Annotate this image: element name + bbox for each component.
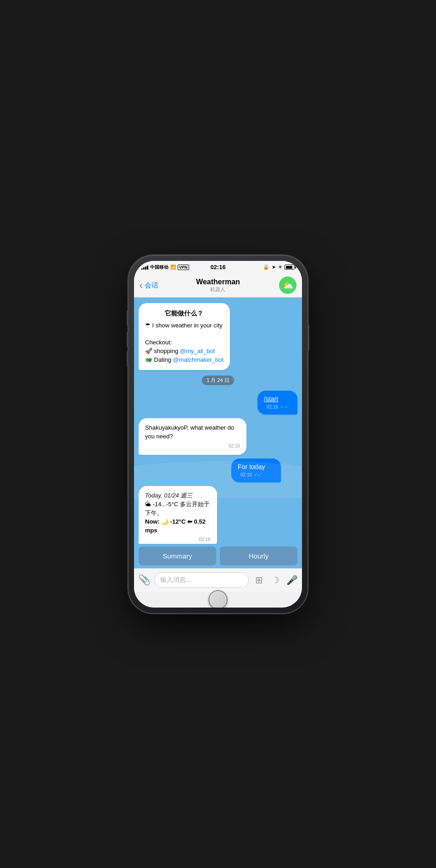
msg-time: 02:16 [267,404,278,409]
status-bar: 中国移动 📶 VPN 02:16 🔒 ➤ ✳ [134,261,302,274]
intro-heading: 它能做什么？ [145,309,224,318]
read-checkmarks-2: ✓✓ [254,472,262,477]
intro-line-2: 🚀 shopping @my_ali_bot [145,347,224,356]
phone-device: 中国移动 📶 VPN 02:16 🔒 ➤ ✳ ‹ 会话 Weatherman [129,255,307,613]
signal-bars [141,265,148,270]
intro-checkout: Checkout: [145,338,224,347]
input-bar: 📎 输入消息... ⊞ ☽ 🎤 [134,568,302,592]
location-icon: ➤ [272,264,276,270]
matchmaker-bot-link[interactable]: @matchmaker_bot [173,356,224,363]
signal-bar-3 [145,266,146,270]
nav-bar: ‹ 会话 Weatherman 机器人 ⛅ [134,274,302,298]
attachment-icon[interactable]: 📎 [138,574,151,586]
nav-subtitle: 机器人 [196,286,240,293]
phone-screen: 中国移动 📶 VPN 02:16 🔒 ➤ ✳ ‹ 会话 Weatherman [134,261,302,608]
input-right-icons: ⊞ ☽ 🎤 [252,575,298,586]
input-placeholder: 输入消息... [160,576,191,584]
signal-bar-1 [141,268,143,270]
bot-avatar-icon[interactable]: ⛅ [279,276,296,294]
signal-bar-4 [147,265,148,270]
list-item: Today, 01/24 週三 🌥 -14...-5°C 多云开始于下午。 No… [139,486,234,543]
for-today-text: For today [238,463,265,470]
back-label: 会话 [145,281,158,290]
for-today-message: For today 02:16 ✓✓ [231,459,281,482]
status-time: 02:16 [210,264,225,271]
weather-query-message: ShakuyakukyoP, what weather do you need?… [139,418,246,455]
date-text: 1 月 24 日 [207,377,229,383]
signal-bar-2 [143,267,145,270]
moon-icon[interactable]: ☽ [269,575,282,586]
quick-replies-bar: Summary Hourly [134,544,302,568]
list-item: 它能做什么？ ☂ I show weather in your city Che… [139,303,230,370]
bluetooth-icon: ✳ [278,264,282,270]
summary-button[interactable]: Summary [139,547,216,565]
battery-fill [286,266,292,269]
ali-bot-link[interactable]: @my_ali_bot [180,348,215,354]
weather-result-message: Today, 01/24 週三 🌥 -14...-5°C 多云开始于下午。 No… [139,486,217,543]
sticker-icon[interactable]: ⊞ [252,575,265,586]
intro-line-1: ☂ I show weather in your city [145,321,224,330]
chat-area[interactable]: 它能做什么？ ☂ I show weather in your city Che… [134,298,302,544]
hourly-button[interactable]: Hourly [220,547,297,565]
weather-now-line: Now: 🌙 -12°C ⬅ 0.52 mps [145,518,211,535]
message-input[interactable]: 输入消息... [154,572,249,588]
battery-indicator [285,265,295,270]
vpn-badge: VPN [178,265,189,270]
wifi-icon: 📶 [170,265,176,270]
read-checkmarks: ✓✓ [280,404,288,409]
msg-time: 02:16 [145,536,211,543]
date-badge: 1 月 24 日 [202,376,234,385]
status-right: 🔒 ➤ ✳ [263,264,295,270]
list-item: ShakuyakukyoP, what weather do you need?… [139,418,270,455]
cloud-sun-icon: ⛅ [282,280,294,291]
weather-temp-line: 🌥 -14...-5°C 多云开始于下午。 [145,500,211,518]
list-item: /start 02:16 ✓✓ [244,391,297,415]
start-text: /start [264,395,278,403]
msg-time: 02:16 [145,443,240,450]
list-item: For today 02:16 ✓✓ [231,459,297,482]
chevron-left-icon: ‹ [140,281,143,290]
lock-icon: 🔒 [263,264,269,270]
start-message: /start 02:16 ✓✓ [257,391,297,415]
home-area [134,592,302,608]
status-left: 中国移动 📶 VPN [141,264,189,271]
mic-icon[interactable]: 🎤 [285,575,298,586]
weather-query-text: ShakuyakukyoP, what weather do you need? [145,424,234,440]
back-button[interactable]: ‹ 会话 [140,281,158,290]
nav-center: Weatherman 机器人 [196,278,240,293]
carrier-label: 中国移动 [150,264,168,271]
nav-title: Weatherman [196,278,240,286]
weather-date-line: Today, 01/24 週三 [145,492,211,500]
intro-line-3: 🐲 Dating @matchmaker_bot [145,356,224,365]
home-button[interactable] [208,590,228,608]
msg-time: 02:16 [240,472,252,477]
